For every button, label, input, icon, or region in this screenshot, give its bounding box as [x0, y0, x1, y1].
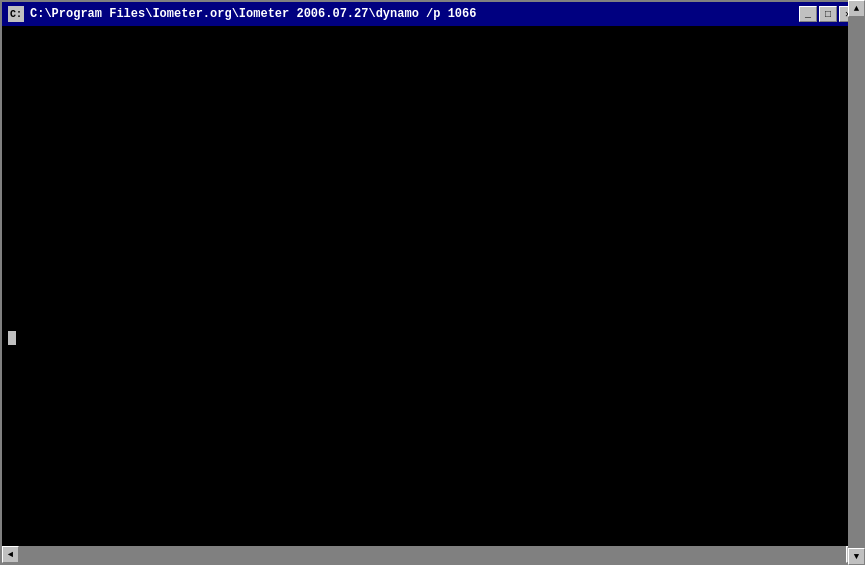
console-output: Number of processors: 2 Processor speed:…	[8, 30, 857, 345]
cursor	[8, 331, 16, 345]
horizontal-scrollbar[interactable]: ◄ ►	[2, 546, 863, 563]
scroll-track	[848, 26, 863, 546]
window-icon: C:	[8, 6, 24, 22]
scroll-h-track	[19, 546, 846, 563]
vertical-scrollbar[interactable]: ▲ ▼	[848, 26, 863, 546]
window-title: C:\Program Files\Iometer.org\Iometer 200…	[30, 7, 476, 21]
minimize-button[interactable]: _	[799, 6, 817, 22]
title-bar-left: C: C:\Program Files\Iometer.org\Iometer …	[8, 6, 476, 22]
scroll-left-button[interactable]: ◄	[2, 546, 19, 563]
title-bar: C: C:\Program Files\Iometer.org\Iometer …	[2, 2, 863, 26]
cmd-window: C: C:\Program Files\Iometer.org\Iometer …	[0, 0, 865, 565]
main-content: Number of processors: 2 Processor speed:…	[2, 26, 863, 546]
maximize-button[interactable]: □	[819, 6, 837, 22]
console-content: Number of processors: 2 Processor speed:…	[2, 26, 863, 546]
